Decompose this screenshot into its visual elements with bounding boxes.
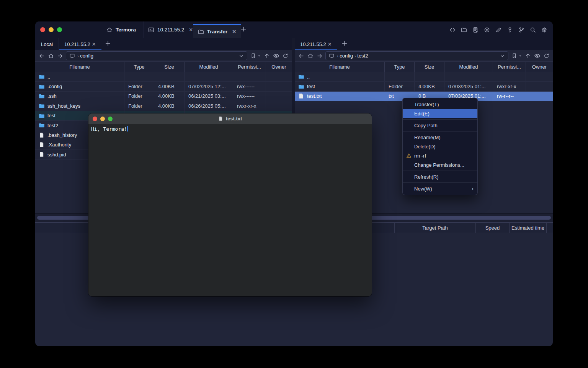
right-pane-tabs: 10.211.55.2 ✕ [295, 38, 553, 50]
editor-titlebar[interactable]: test.txt [88, 113, 372, 124]
menu-item-label: New(W) [414, 186, 432, 192]
pencil-icon[interactable] [495, 26, 501, 33]
file-row[interactable]: .configFolder4.00KB07/02/2025 12:...rwx-… [35, 82, 292, 91]
tab-right-remote[interactable]: 10.211.55.2 ✕ [295, 38, 337, 50]
refresh-icon[interactable] [282, 53, 289, 59]
context-menu-item-delete[interactable]: Delete(D) [403, 142, 477, 151]
transfer-column-speed[interactable]: Speed [476, 223, 510, 233]
context-menu-item-rename[interactable]: Rename(M) [403, 133, 477, 142]
column-header[interactable]: Filename [295, 62, 385, 72]
forward-icon[interactable] [316, 53, 323, 59]
file-cell [185, 72, 233, 81]
code-icon[interactable] [449, 26, 456, 33]
column-header[interactable]: Modified [444, 62, 493, 72]
file-cell: rw-r--r-- [493, 92, 526, 101]
log-icon[interactable] [472, 26, 479, 33]
folder-icon [298, 84, 304, 90]
left-path-input[interactable]: › config [66, 51, 247, 60]
context-menu-item-new[interactable]: New(W)› [403, 184, 477, 193]
bookmark-control[interactable] [511, 53, 522, 59]
context-menu-item-change-permissions[interactable]: Change Permissions... [403, 160, 477, 169]
home-icon[interactable] [307, 53, 314, 59]
keychain-icon[interactable] [518, 26, 524, 33]
column-header[interactable]: Filename [35, 62, 124, 72]
column-header[interactable]: Size [154, 62, 185, 72]
new-pane-tab-button[interactable] [341, 40, 349, 48]
zoom-button[interactable] [108, 117, 113, 121]
folder-icon[interactable] [461, 26, 467, 33]
menu-item-label: Change Permissions... [414, 162, 464, 168]
breadcrumb-segment[interactable]: test2 [356, 53, 368, 59]
file-row[interactable]: .. [295, 72, 553, 82]
zoom-button[interactable] [57, 27, 62, 32]
key-icon[interactable] [506, 26, 513, 33]
show-hidden-icon[interactable] [534, 53, 541, 59]
context-menu-item-rm-rf[interactable]: rm -rf [403, 151, 477, 160]
context-menu-item-copy-path[interactable]: Copy Path [403, 121, 477, 130]
app-home-tab[interactable]: Termora [106, 21, 136, 38]
column-header[interactable]: Modified [185, 62, 233, 72]
breadcrumb-segment[interactable]: config [79, 53, 93, 59]
computer-icon [329, 53, 335, 59]
file-cell [154, 72, 185, 81]
tab-left-remote[interactable]: 10.211.55.2 ✕ [59, 38, 101, 50]
left-table-header: FilenameTypeSizeModifiedPermissi...Owner [35, 61, 292, 72]
menu-item-label: Copy Path [414, 123, 438, 128]
forward-icon[interactable] [57, 53, 64, 59]
column-header[interactable]: Type [124, 62, 154, 72]
transfer-column-estimated-time[interactable]: Estimated time [510, 223, 547, 233]
column-header[interactable]: Owner [266, 62, 292, 72]
minimize-button[interactable] [49, 27, 54, 32]
context-menu-item-transfer[interactable]: Transfer(T) [403, 100, 477, 109]
close-button[interactable] [40, 27, 45, 32]
close-tab-icon[interactable]: ✕ [92, 41, 96, 47]
chevron-down-icon[interactable] [238, 53, 244, 59]
home-icon[interactable] [47, 53, 54, 59]
up-directory-icon[interactable] [263, 53, 270, 59]
close-tab-icon[interactable]: ✕ [232, 29, 236, 34]
traffic-lights [40, 27, 62, 32]
close-button[interactable] [93, 117, 97, 121]
back-icon[interactable] [298, 53, 305, 59]
minimize-button[interactable] [100, 117, 105, 121]
close-tab-icon[interactable]: ✕ [328, 41, 332, 47]
menu-item-label: Rename(M) [414, 135, 441, 140]
column-header[interactable]: Type [385, 62, 415, 72]
file-row[interactable]: ssh_host_keysFolder4.00KB06/26/2025 05:.… [35, 101, 292, 111]
settings-icon[interactable] [541, 26, 547, 33]
tab-transfer[interactable]: Transfer ✕ [193, 24, 241, 38]
column-header[interactable]: Permissi... [493, 62, 526, 72]
tab-terminal-session[interactable]: 10.211.55.2 ✕ [143, 21, 198, 38]
right-path-input[interactable]: › config› test2 [325, 51, 508, 60]
column-header[interactable]: Size [415, 62, 444, 72]
bookmark-icon [250, 53, 256, 59]
record-icon[interactable] [483, 26, 490, 33]
new-pane-tab-button[interactable] [105, 40, 113, 48]
up-directory-icon[interactable] [524, 53, 531, 59]
file-row[interactable]: .. [35, 72, 292, 82]
titlebar[interactable]: Termora 10.211.55.2 ✕ Transfer ✕ [35, 21, 553, 38]
close-tab-icon[interactable]: ✕ [189, 27, 193, 33]
breadcrumb-segment[interactable]: config [338, 53, 353, 59]
file-name: .config [47, 84, 62, 89]
new-tab-button[interactable] [240, 26, 248, 34]
file-row[interactable]: testFolder4.00KB07/03/2025 01:...rwxr-xr… [295, 82, 553, 91]
context-menu-item-refresh[interactable]: Refresh(R) [403, 172, 477, 181]
column-header[interactable]: Owner [526, 62, 553, 72]
column-header[interactable]: Permissi... [233, 62, 266, 72]
context-menu-item-edit[interactable]: Edit(E) [403, 109, 477, 118]
search-icon[interactable] [529, 26, 536, 33]
tab-local[interactable]: Local [35, 38, 59, 50]
file-name: sshd.pid [47, 152, 66, 158]
editor-window: test.txt Hi, Termora! [88, 113, 372, 296]
transfer-column-target-path[interactable]: Target Path [395, 223, 476, 233]
refresh-icon[interactable] [543, 53, 550, 59]
bookmark-control[interactable] [250, 53, 261, 59]
back-icon[interactable] [38, 53, 45, 59]
file-cell: 06/21/2025 03:... [185, 92, 233, 101]
file-row[interactable]: .sshFolder4.00KB06/21/2025 03:...rwx----… [35, 92, 292, 101]
chevron-down-icon[interactable] [500, 53, 505, 59]
show-hidden-icon[interactable] [273, 53, 279, 59]
editor-content[interactable]: Hi, Termora! [88, 124, 372, 296]
folder-icon [39, 74, 45, 80]
